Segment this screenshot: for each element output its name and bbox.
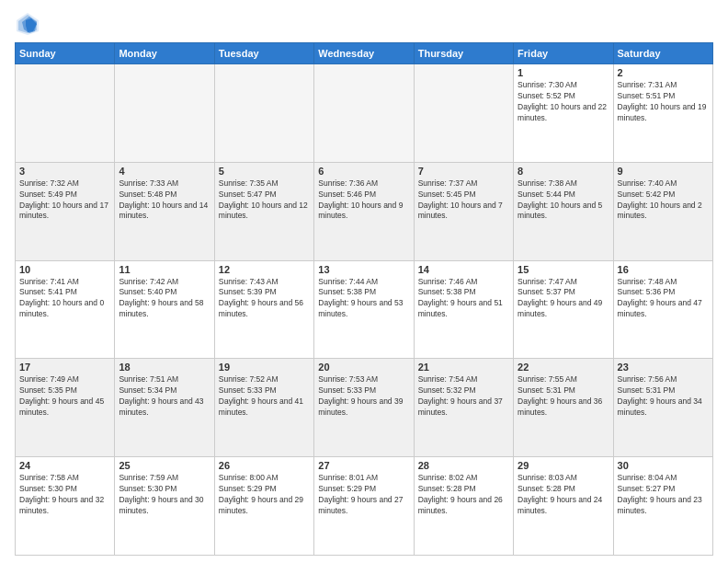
day-number: 18 — [119, 362, 210, 373]
header — [15, 11, 713, 37]
calendar-cell: 16Sunrise: 7:48 AMSunset: 5:36 PMDayligh… — [613, 260, 712, 359]
calendar-cell: 27Sunrise: 8:01 AMSunset: 5:29 PMDayligh… — [314, 457, 414, 556]
day-info: Sunrise: 7:33 AMSunset: 5:48 PMDaylight:… — [119, 178, 210, 223]
calendar-cell: 1Sunrise: 7:30 AMSunset: 5:52 PMDaylight… — [514, 64, 613, 163]
day-number: 6 — [318, 166, 409, 177]
calendar-cell: 12Sunrise: 7:43 AMSunset: 5:39 PMDayligh… — [214, 260, 313, 359]
day-number: 10 — [19, 264, 110, 275]
calendar-cell: 9Sunrise: 7:40 AMSunset: 5:42 PMDaylight… — [613, 162, 712, 260]
calendar-cell: 8Sunrise: 7:38 AMSunset: 5:44 PMDaylight… — [514, 162, 613, 260]
day-number: 2 — [618, 67, 709, 78]
calendar-cell: 6Sunrise: 7:36 AMSunset: 5:46 PMDaylight… — [314, 162, 414, 260]
calendar-cell: 21Sunrise: 7:54 AMSunset: 5:32 PMDayligh… — [414, 359, 513, 457]
calendar-cell: 18Sunrise: 7:51 AMSunset: 5:34 PMDayligh… — [115, 359, 214, 457]
page: SundayMondayTuesdayWednesdayThursdayFrid… — [0, 0, 728, 563]
calendar-cell — [16, 64, 115, 163]
day-info: Sunrise: 7:53 AMSunset: 5:33 PMDaylight:… — [318, 374, 409, 419]
day-number: 21 — [418, 362, 509, 373]
calendar-cell: 5Sunrise: 7:35 AMSunset: 5:47 PMDaylight… — [214, 162, 313, 260]
day-info: Sunrise: 8:04 AMSunset: 5:27 PMDaylight:… — [618, 473, 709, 517]
calendar: SundayMondayTuesdayWednesdayThursdayFrid… — [15, 42, 713, 556]
day-info: Sunrise: 7:55 AMSunset: 5:31 PMDaylight:… — [518, 374, 609, 419]
day-number: 29 — [518, 460, 609, 471]
week-row-5: 24Sunrise: 7:58 AMSunset: 5:30 PMDayligh… — [16, 457, 713, 556]
day-info: Sunrise: 7:47 AMSunset: 5:37 PMDaylight:… — [518, 277, 609, 321]
day-number: 24 — [19, 460, 110, 471]
day-info: Sunrise: 7:35 AMSunset: 5:47 PMDaylight:… — [219, 178, 310, 223]
calendar-cell: 19Sunrise: 7:52 AMSunset: 5:33 PMDayligh… — [214, 359, 313, 457]
day-info: Sunrise: 7:43 AMSunset: 5:39 PMDaylight:… — [219, 277, 310, 321]
day-number: 20 — [318, 362, 409, 373]
day-info: Sunrise: 7:56 AMSunset: 5:31 PMDaylight:… — [618, 374, 709, 419]
calendar-cell: 25Sunrise: 7:59 AMSunset: 5:30 PMDayligh… — [115, 457, 214, 556]
day-number: 17 — [19, 362, 110, 373]
calendar-cell: 14Sunrise: 7:46 AMSunset: 5:38 PMDayligh… — [414, 260, 513, 359]
calendar-cell: 13Sunrise: 7:44 AMSunset: 5:38 PMDayligh… — [314, 260, 414, 359]
calendar-cell: 10Sunrise: 7:41 AMSunset: 5:41 PMDayligh… — [16, 260, 115, 359]
day-number: 14 — [418, 264, 509, 275]
week-row-3: 10Sunrise: 7:41 AMSunset: 5:41 PMDayligh… — [16, 260, 713, 359]
day-number: 4 — [119, 166, 210, 177]
calendar-cell: 30Sunrise: 8:04 AMSunset: 5:27 PMDayligh… — [613, 457, 712, 556]
day-number: 8 — [518, 166, 609, 177]
day-info: Sunrise: 7:58 AMSunset: 5:30 PMDaylight:… — [19, 473, 110, 517]
day-info: Sunrise: 8:03 AMSunset: 5:28 PMDaylight:… — [518, 473, 609, 517]
calendar-cell: 20Sunrise: 7:53 AMSunset: 5:33 PMDayligh… — [314, 359, 414, 457]
day-info: Sunrise: 7:59 AMSunset: 5:30 PMDaylight:… — [119, 473, 210, 517]
calendar-cell — [214, 64, 313, 163]
day-info: Sunrise: 7:42 AMSunset: 5:40 PMDaylight:… — [119, 277, 210, 321]
day-number: 7 — [418, 166, 509, 177]
day-number: 28 — [418, 460, 509, 471]
day-number: 13 — [318, 264, 409, 275]
day-info: Sunrise: 7:49 AMSunset: 5:35 PMDaylight:… — [19, 374, 110, 419]
day-info: Sunrise: 7:38 AMSunset: 5:44 PMDaylight:… — [518, 178, 609, 223]
calendar-cell: 28Sunrise: 8:02 AMSunset: 5:28 PMDayligh… — [414, 457, 513, 556]
calendar-cell: 4Sunrise: 7:33 AMSunset: 5:48 PMDaylight… — [115, 162, 214, 260]
day-number: 1 — [518, 67, 609, 78]
calendar-cell: 29Sunrise: 8:03 AMSunset: 5:28 PMDayligh… — [514, 457, 613, 556]
day-number: 16 — [618, 264, 709, 275]
week-row-1: 1Sunrise: 7:30 AMSunset: 5:52 PMDaylight… — [16, 64, 713, 163]
day-number: 25 — [119, 460, 210, 471]
day-info: Sunrise: 7:46 AMSunset: 5:38 PMDaylight:… — [418, 277, 509, 321]
day-number: 12 — [219, 264, 310, 275]
calendar-cell — [314, 64, 414, 163]
day-number: 23 — [618, 362, 709, 373]
day-number: 9 — [618, 166, 709, 177]
day-info: Sunrise: 7:48 AMSunset: 5:36 PMDaylight:… — [618, 277, 709, 321]
calendar-cell: 15Sunrise: 7:47 AMSunset: 5:37 PMDayligh… — [514, 260, 613, 359]
calendar-cell — [414, 64, 513, 163]
day-info: Sunrise: 8:02 AMSunset: 5:28 PMDaylight:… — [418, 473, 509, 517]
day-info: Sunrise: 7:52 AMSunset: 5:33 PMDaylight:… — [219, 374, 310, 419]
calendar-cell: 23Sunrise: 7:56 AMSunset: 5:31 PMDayligh… — [613, 359, 712, 457]
calendar-cell — [115, 64, 214, 163]
week-row-2: 3Sunrise: 7:32 AMSunset: 5:49 PMDaylight… — [16, 162, 713, 260]
calendar-cell: 2Sunrise: 7:31 AMSunset: 5:51 PMDaylight… — [613, 64, 712, 163]
weekday-header-row: SundayMondayTuesdayWednesdayThursdayFrid… — [16, 43, 713, 64]
day-number: 11 — [119, 264, 210, 275]
weekday-header-saturday: Saturday — [613, 43, 712, 64]
weekday-header-wednesday: Wednesday — [314, 43, 414, 64]
day-info: Sunrise: 7:37 AMSunset: 5:45 PMDaylight:… — [418, 178, 509, 223]
day-info: Sunrise: 7:44 AMSunset: 5:38 PMDaylight:… — [318, 277, 409, 321]
day-number: 5 — [219, 166, 310, 177]
weekday-header-tuesday: Tuesday — [214, 43, 313, 64]
weekday-header-monday: Monday — [115, 43, 214, 64]
day-number: 15 — [518, 264, 609, 275]
logo — [15, 11, 44, 37]
calendar-cell: 3Sunrise: 7:32 AMSunset: 5:49 PMDaylight… — [16, 162, 115, 260]
day-info: Sunrise: 7:40 AMSunset: 5:42 PMDaylight:… — [618, 178, 709, 223]
weekday-header-sunday: Sunday — [16, 43, 115, 64]
calendar-cell: 24Sunrise: 7:58 AMSunset: 5:30 PMDayligh… — [16, 457, 115, 556]
calendar-cell: 26Sunrise: 8:00 AMSunset: 5:29 PMDayligh… — [214, 457, 313, 556]
day-info: Sunrise: 7:41 AMSunset: 5:41 PMDaylight:… — [19, 277, 110, 321]
day-info: Sunrise: 7:36 AMSunset: 5:46 PMDaylight:… — [318, 178, 409, 223]
day-number: 27 — [318, 460, 409, 471]
day-number: 3 — [19, 166, 110, 177]
day-info: Sunrise: 7:54 AMSunset: 5:32 PMDaylight:… — [418, 374, 509, 419]
calendar-cell: 7Sunrise: 7:37 AMSunset: 5:45 PMDaylight… — [414, 162, 513, 260]
day-info: Sunrise: 7:32 AMSunset: 5:49 PMDaylight:… — [19, 178, 110, 223]
logo-icon — [15, 11, 40, 37]
week-row-4: 17Sunrise: 7:49 AMSunset: 5:35 PMDayligh… — [16, 359, 713, 457]
day-number: 19 — [219, 362, 310, 373]
